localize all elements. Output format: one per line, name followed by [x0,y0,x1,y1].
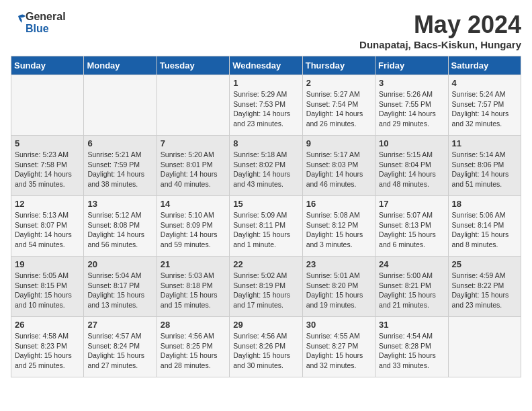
calendar-cell: 21Sunrise: 5:03 AM Sunset: 8:18 PM Dayli… [157,257,229,317]
day-info: Sunrise: 4:56 AM Sunset: 8:26 PM Dayligh… [233,331,298,371]
day-number: 21 [161,259,226,269]
calendar-cell: 23Sunrise: 5:01 AM Sunset: 8:20 PM Dayli… [302,257,375,317]
day-info: Sunrise: 5:03 AM Sunset: 8:18 PM Dayligh… [161,271,226,310]
calendar-cell: 31Sunrise: 4:54 AM Sunset: 8:28 PM Dayli… [375,317,448,377]
day-number: 25 [452,259,517,269]
calendar-cell: 6Sunrise: 5:21 AM Sunset: 7:59 PM Daylig… [84,136,157,196]
calendar-cell: 7Sunrise: 5:20 AM Sunset: 8:01 PM Daylig… [157,136,229,196]
week-row-1: 1Sunrise: 5:29 AM Sunset: 7:53 PM Daylig… [11,75,521,136]
page-header: General Blue May 2024 Dunapataj, Bacs-Ki… [11,11,521,50]
day-info: Sunrise: 5:10 AM Sunset: 8:09 PM Dayligh… [161,210,226,250]
header-row: SundayMondayTuesdayWednesdayThursdayFrid… [11,56,521,75]
day-number: 30 [306,320,371,330]
calendar-cell [157,75,229,136]
calendar-cell [448,317,521,377]
calendar-cell: 26Sunrise: 4:58 AM Sunset: 8:23 PM Dayli… [11,317,84,377]
day-info: Sunrise: 5:14 AM Sunset: 8:06 PM Dayligh… [452,150,517,189]
calendar-cell: 9Sunrise: 5:17 AM Sunset: 8:03 PM Daylig… [302,136,375,196]
day-info: Sunrise: 4:57 AM Sunset: 8:24 PM Dayligh… [87,331,152,371]
day-info: Sunrise: 4:56 AM Sunset: 8:25 PM Dayligh… [161,331,226,371]
day-info: Sunrise: 5:27 AM Sunset: 7:54 PM Dayligh… [306,89,371,129]
day-number: 17 [379,199,444,209]
calendar-cell: 24Sunrise: 5:00 AM Sunset: 8:21 PM Dayli… [375,257,448,317]
day-info: Sunrise: 5:18 AM Sunset: 8:02 PM Dayligh… [233,150,298,189]
day-number: 18 [452,199,517,209]
day-info: Sunrise: 5:20 AM Sunset: 8:01 PM Dayligh… [161,150,226,189]
day-info: Sunrise: 5:05 AM Sunset: 8:15 PM Dayligh… [15,271,80,310]
day-info: Sunrise: 5:23 AM Sunset: 7:58 PM Dayligh… [15,150,80,189]
day-info: Sunrise: 5:08 AM Sunset: 8:12 PM Dayligh… [306,210,371,250]
day-number: 7 [161,138,226,148]
header-friday: Friday [375,56,448,75]
calendar-cell: 14Sunrise: 5:10 AM Sunset: 8:09 PM Dayli… [157,196,229,257]
week-row-3: 12Sunrise: 5:13 AM Sunset: 8:07 PM Dayli… [11,196,521,257]
calendar-cell: 19Sunrise: 5:05 AM Sunset: 8:15 PM Dayli… [11,257,84,317]
day-info: Sunrise: 4:59 AM Sunset: 8:22 PM Dayligh… [452,271,517,310]
day-info: Sunrise: 5:12 AM Sunset: 8:08 PM Dayligh… [87,210,152,250]
day-info: Sunrise: 5:01 AM Sunset: 8:20 PM Dayligh… [306,271,371,310]
calendar-cell: 25Sunrise: 4:59 AM Sunset: 8:22 PM Dayli… [448,257,521,317]
day-number: 19 [15,259,80,269]
day-number: 23 [306,259,371,269]
day-number: 20 [87,259,152,269]
header-thursday: Thursday [302,56,375,75]
day-number: 5 [15,138,80,148]
logo-blue-text: Blue [26,23,66,35]
day-number: 3 [379,78,444,88]
day-info: Sunrise: 4:54 AM Sunset: 8:28 PM Dayligh… [379,331,444,371]
calendar-cell [11,75,84,136]
calendar-table: SundayMondayTuesdayWednesdayThursdayFrid… [11,56,521,377]
day-number: 22 [233,259,298,269]
day-number: 9 [306,138,371,148]
day-info: Sunrise: 5:21 AM Sunset: 7:59 PM Dayligh… [87,150,152,189]
header-saturday: Saturday [448,56,521,75]
day-number: 26 [15,320,80,330]
calendar-cell: 8Sunrise: 5:18 AM Sunset: 8:02 PM Daylig… [230,136,302,196]
logo-general-text: General [26,11,66,23]
day-number: 10 [379,138,444,148]
day-number: 31 [379,320,444,330]
day-number: 13 [87,199,152,209]
calendar-cell: 28Sunrise: 4:56 AM Sunset: 8:25 PM Dayli… [157,317,229,377]
month-title: May 2024 [359,11,521,39]
day-number: 8 [233,138,298,148]
day-number: 4 [452,78,517,88]
header-monday: Monday [84,56,157,75]
day-info: Sunrise: 5:26 AM Sunset: 7:55 PM Dayligh… [379,89,444,129]
calendar-cell: 3Sunrise: 5:26 AM Sunset: 7:55 PM Daylig… [375,75,448,136]
day-info: Sunrise: 4:58 AM Sunset: 8:23 PM Dayligh… [15,331,80,371]
day-info: Sunrise: 5:24 AM Sunset: 7:57 PM Dayligh… [452,89,517,129]
day-info: Sunrise: 5:02 AM Sunset: 8:19 PM Dayligh… [233,271,298,310]
day-number: 29 [233,320,298,330]
calendar-cell [84,75,157,136]
day-number: 6 [87,138,152,148]
calendar-cell: 11Sunrise: 5:14 AM Sunset: 8:06 PM Dayli… [448,136,521,196]
calendar-cell: 17Sunrise: 5:07 AM Sunset: 8:13 PM Dayli… [375,196,448,257]
day-number: 27 [87,320,152,330]
calendar-cell: 18Sunrise: 5:06 AM Sunset: 8:14 PM Dayli… [448,196,521,257]
header-wednesday: Wednesday [230,56,302,75]
title-section: May 2024 Dunapataj, Bacs-Kiskun, Hungary [359,11,521,50]
calendar-cell: 2Sunrise: 5:27 AM Sunset: 7:54 PM Daylig… [302,75,375,136]
day-number: 24 [379,259,444,269]
day-number: 1 [233,78,298,88]
calendar-cell: 16Sunrise: 5:08 AM Sunset: 8:12 PM Dayli… [302,196,375,257]
week-row-4: 19Sunrise: 5:05 AM Sunset: 8:15 PM Dayli… [11,257,521,317]
calendar-cell: 5Sunrise: 5:23 AM Sunset: 7:58 PM Daylig… [11,136,84,196]
location-subtitle: Dunapataj, Bacs-Kiskun, Hungary [359,39,521,50]
day-info: Sunrise: 5:29 AM Sunset: 7:53 PM Dayligh… [233,89,298,129]
day-number: 14 [161,199,226,209]
logo-bird-icon [11,13,26,33]
day-info: Sunrise: 5:07 AM Sunset: 8:13 PM Dayligh… [379,210,444,250]
logo: General Blue [11,11,66,34]
week-row-2: 5Sunrise: 5:23 AM Sunset: 7:58 PM Daylig… [11,136,521,196]
day-number: 11 [452,138,517,148]
calendar-cell: 29Sunrise: 4:56 AM Sunset: 8:26 PM Dayli… [230,317,302,377]
calendar-cell: 4Sunrise: 5:24 AM Sunset: 7:57 PM Daylig… [448,75,521,136]
day-info: Sunrise: 5:04 AM Sunset: 8:17 PM Dayligh… [87,271,152,310]
calendar-cell: 13Sunrise: 5:12 AM Sunset: 8:08 PM Dayli… [84,196,157,257]
day-number: 15 [233,199,298,209]
calendar-cell: 1Sunrise: 5:29 AM Sunset: 7:53 PM Daylig… [230,75,302,136]
calendar-cell: 27Sunrise: 4:57 AM Sunset: 8:24 PM Dayli… [84,317,157,377]
day-number: 2 [306,78,371,88]
